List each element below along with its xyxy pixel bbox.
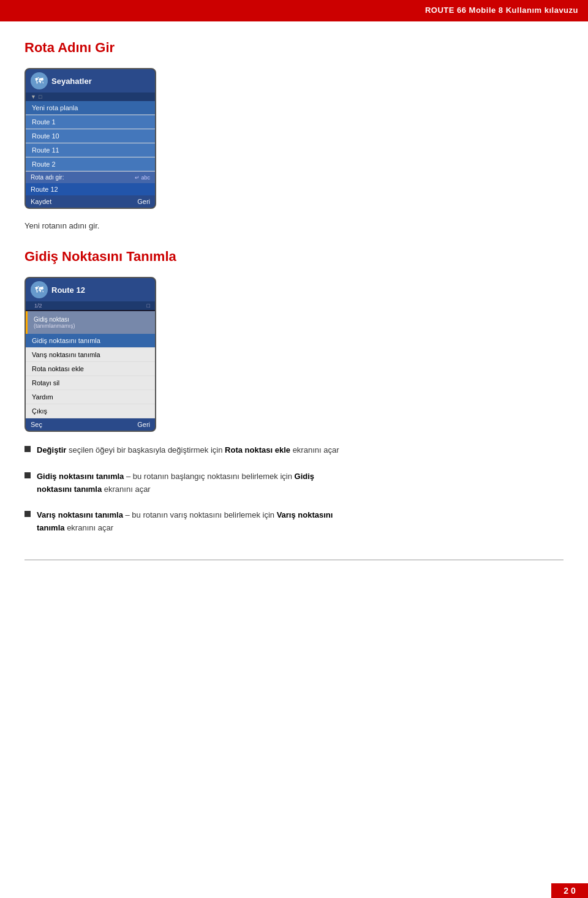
bullet-text-1: Değiştir seçilen öğeyi bir başkasıyla de… <box>37 444 339 457</box>
section2-heading: Gidiş Noktasını Tanımla <box>24 249 564 265</box>
menu-item-route2[interactable]: Route 2 <box>26 157 155 172</box>
menu-item-rota-noktasi-ekle[interactable]: Rota noktası ekle <box>26 362 155 376</box>
menu-item-rotayi-sil[interactable]: Rotayı sil <box>26 376 155 390</box>
section1-heading: Rota Adını Gir <box>24 40 564 56</box>
bullet1-bold2: Rota noktası ekle <box>225 445 290 455</box>
phone1-input-field[interactable]: Route 12 <box>26 183 155 195</box>
phone2-sub-icon: □ <box>147 303 150 309</box>
menu-item-route10[interactable]: Route 10 <box>26 129 155 143</box>
signal-icon: ▼ <box>31 94 36 100</box>
phone2-icon: 🗺 <box>31 281 48 298</box>
menu-item-route11[interactable]: Route 11 <box>26 143 155 157</box>
bullet3-bold2: Varış noktasını <box>277 510 333 519</box>
phone1-menu: Yeni rota planla Route 1 Route 10 Route … <box>26 101 155 172</box>
bullet2-bold3: noktasını tanımla <box>37 485 102 494</box>
phone1-title: Seyahatler <box>51 77 92 86</box>
header-title: ROUTE 66 Mobile 8 Kullanım kılavuzu <box>425 6 578 15</box>
bullet-icon-1 <box>24 446 31 452</box>
abc-label: ↵ abc <box>135 175 150 181</box>
section1-caption: Yeni rotanın adını gir. <box>24 221 564 230</box>
bullet-item-1: Değiştir seçilen öğeyi bir başkasıyla de… <box>24 444 564 457</box>
phone1-status-bar: ▼ □ <box>26 92 155 101</box>
bullet-icon-3 <box>24 511 31 517</box>
phone1-top-bar: 🗺 Seyahatler <box>26 69 155 92</box>
phone-mockup-2: 🗺 Route 12 1/2 □ Gidiş noktası (tanımlan… <box>24 277 156 432</box>
phone2-top-bar: 🗺 Route 12 <box>26 278 155 301</box>
menu-item-cikis[interactable]: Çıkış <box>26 404 155 418</box>
phone2-bottom-left[interactable]: Seç <box>31 421 42 428</box>
phone1-input-area: Rota adı gir: ↵ abc <box>26 172 155 183</box>
page-number: 2 0 <box>551 883 588 898</box>
bullet1-plain: seçilen öğeyi bir başkasıyla değiştirmek… <box>66 445 225 455</box>
phone-mockup-1: 🗺 Seyahatler ▼ □ Yeni rota planla Route … <box>24 68 156 209</box>
menu-item-route1[interactable]: Route 1 <box>26 115 155 129</box>
bullet3-after: ekranını açar <box>65 523 114 532</box>
battery-icon: □ <box>39 94 42 100</box>
section2: Gidiş Noktasını Tanımla 🗺 Route 12 1/2 □… <box>24 249 564 535</box>
gidis-noktasi-item[interactable]: Gidiş noktası (tanımlanmamış) <box>26 311 155 334</box>
phone2-title: Route 12 <box>51 285 85 295</box>
bullet-text-3: Varış noktasını tanımla – bu rotanın var… <box>37 509 333 535</box>
bullet-item-3: Varış noktasını tanımla – bu rotanın var… <box>24 509 564 535</box>
input-label: Rota adı gir: <box>31 174 64 181</box>
bullet2-plain: – bu rotanın başlangıç noktasını belirle… <box>124 472 294 481</box>
bullet2-bold1: Gidiş noktasını tanımla <box>37 472 124 481</box>
phone2-menu: Gidiş noktasını tanımla Varış noktasını … <box>26 334 155 418</box>
menu-item-varis-tanimla[interactable]: Varış noktasını tanımla <box>26 348 155 362</box>
phone1-bottom-left[interactable]: Kaydet <box>31 198 51 205</box>
gidis-noktasi-label: Gidiş noktası <box>34 316 149 323</box>
phone1-bottom-bar: Kaydet Geri <box>26 195 155 208</box>
header-bar: ROUTE 66 Mobile 8 Kullanım kılavuzu <box>0 0 588 20</box>
phone1-bottom-right[interactable]: Geri <box>137 198 150 205</box>
bullet-icon-2 <box>24 472 31 478</box>
menu-item-new-route[interactable]: Yeni rota planla <box>26 101 155 115</box>
menu-item-yardim[interactable]: Yardım <box>26 390 155 404</box>
bullet1-bold1: Değiştir <box>37 445 66 455</box>
phone2-sub-bar: 1/2 □ <box>26 301 155 310</box>
phone1-icon: 🗺 <box>31 72 48 89</box>
phone2-bottom-bar: Seç Geri <box>26 418 155 431</box>
phone2-bottom-right[interactable]: Geri <box>137 421 150 428</box>
bullet2-bold2: Gidiş <box>295 472 315 481</box>
bullet3-bold3: tanımla <box>37 523 65 532</box>
bullet-section: Değiştir seçilen öğeyi bir başkasıyla de… <box>24 444 564 535</box>
bullet1-after: ekranını açar <box>290 445 339 455</box>
bullet3-plain: – bu rotanın varış noktasını belirlemek … <box>123 510 277 519</box>
bottom-line <box>24 559 564 560</box>
gidis-noktasi-sub: (tanımlanmamış) <box>34 323 149 329</box>
bullet-item-2: Gidiş noktasını tanımla – bu rotanın baş… <box>24 470 564 496</box>
bullet-text-2: Gidiş noktasını tanımla – bu rotanın baş… <box>37 470 314 496</box>
bullet2-after: ekranını açar <box>102 485 151 494</box>
phone2-sub-label: 1/2 <box>34 303 42 309</box>
menu-item-gidis-tanimla[interactable]: Gidiş noktasını tanımla <box>26 334 155 348</box>
bullet3-bold1: Varış noktasını tanımla <box>37 510 123 519</box>
